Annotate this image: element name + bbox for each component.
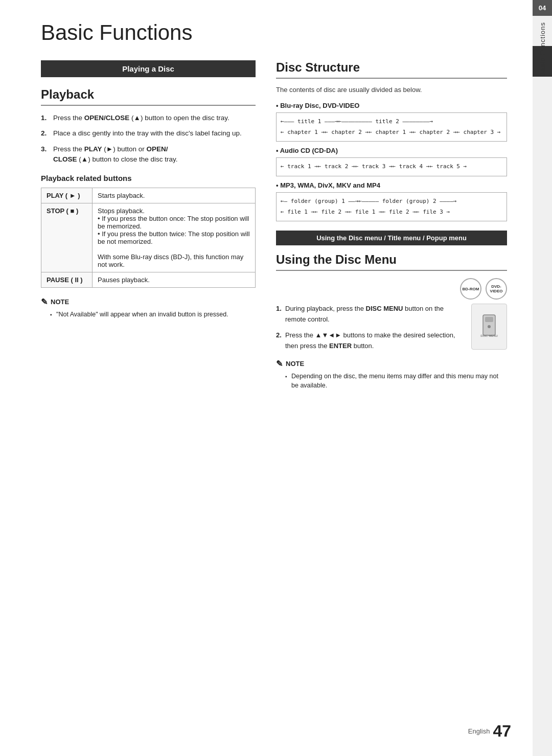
svg-point-2: [488, 325, 491, 328]
page-footer: English 47: [468, 722, 511, 741]
disc-note-label-text: NOTE: [286, 360, 304, 368]
note-label: ✎ NOTE: [41, 297, 256, 307]
disc-step-2-text: Press the ▲▼◄► buttons to make the desir…: [285, 330, 466, 352]
remote-image: DISC MENU: [471, 304, 507, 350]
disc-icons-row: BD-ROM DVD-VIDEO: [276, 278, 507, 300]
disc-note-label: ✎ NOTE: [276, 359, 507, 369]
disc-structure-heading: Disc Structure: [276, 60, 507, 79]
note-item-1: "Not Available" will appear when an inva…: [50, 310, 256, 319]
language-label: English: [468, 727, 490, 735]
bluray-diagram-line2: ← chapter 1 →← chapter 2 →← chapter 1 →←…: [281, 128, 502, 138]
note-section: ✎ NOTE "Not Available" will appear when …: [41, 297, 256, 319]
mp3-diagram-line2: ← file 1 →← file 2 →← file 1 →← file 2 →…: [281, 208, 502, 217]
playback-buttons-heading: Playback related buttons: [41, 174, 256, 182]
playback-table: PLAY ( ► ) Starts playback. STOP ( ■ ) S…: [41, 188, 256, 288]
using-disc-menu-heading: Using the Disc Menu: [276, 253, 507, 271]
svg-rect-1: [485, 317, 493, 322]
disc-step-2-num: 2.: [276, 330, 285, 352]
step-1-num: 1.: [41, 113, 51, 123]
disc-step-2: 2. Press the ▲▼◄► buttons to make the de…: [276, 330, 466, 352]
step-1: 1. Press the OPEN/CLOSE (▲) button to op…: [41, 113, 256, 123]
step-3-num: 3.: [41, 144, 51, 165]
cd-diagram-line1: ← track 1 →← track 2 →← track 3 →← track…: [281, 162, 502, 172]
disc-structure-desc: The contents of disc are usually divided…: [276, 86, 507, 94]
step-3-text: Press the PLAY (►) button or OPEN/CLOSE …: [53, 144, 256, 165]
left-column: Playing a Disc Playback 1. Press the OPE…: [41, 60, 256, 725]
stop-value: Stops playback. • If you press the butto…: [93, 203, 256, 272]
page-title: Basic Functions: [41, 20, 507, 45]
pause-key: PAUSE ( II ): [41, 272, 93, 288]
note-list: "Not Available" will appear when an inva…: [41, 310, 256, 319]
mp3-diagram-line1: ←— folder (group) 1 ——→←————— folder (gr…: [281, 197, 502, 207]
disc-note-item-1: Depending on the disc, the menu items ma…: [285, 372, 507, 391]
disc-note-icon: ✎: [276, 359, 283, 369]
step-3: 3. Press the PLAY (►) button or OPEN/CLO…: [41, 144, 256, 165]
bluray-diagram-line1: ←——— title 1 ———→←————————— title 2 ————…: [281, 117, 502, 127]
step-2-num: 2.: [41, 128, 51, 139]
playback-steps: 1. Press the OPEN/CLOSE (▲) button to op…: [41, 113, 256, 165]
dvdvideo-badge: DVD-VIDEO: [486, 278, 507, 300]
disc-type-bluray: Blu-ray Disc, DVD-VIDEO: [276, 102, 507, 109]
note-icon: ✎: [41, 297, 48, 307]
using-disc-menu-section: Using the Disc Menu BD-ROM DVD-VIDEO: [276, 253, 507, 391]
disc-note-list: Depending on the disc, the menu items ma…: [276, 372, 507, 391]
playback-heading: Playback: [41, 87, 256, 106]
table-row-pause: PAUSE ( II ) Pauses playback.: [41, 272, 256, 288]
note-label-text: NOTE: [51, 298, 69, 306]
disc-menu-remote-button: DISC MENU: [471, 304, 507, 350]
table-row-stop: STOP ( ■ ) Stops playback. • If you pres…: [41, 203, 256, 272]
play-value: Starts playback.: [93, 188, 256, 203]
step-2-text: Place a disc gently into the tray with t…: [53, 128, 256, 139]
remote-svg: DISC MENU: [479, 314, 499, 339]
page-number: 47: [493, 722, 511, 741]
playing-disc-banner: Playing a Disc: [41, 60, 256, 77]
disc-type-mp3: MP3, WMA, DivX, MKV and MP4: [276, 181, 507, 189]
disc-note-section: ✎ NOTE Depending on the disc, the menu i…: [276, 359, 507, 391]
step-2: 2. Place a disc gently into the tray wit…: [41, 128, 256, 139]
side-tab-label: Basic Functions: [539, 22, 546, 77]
side-tab-number: 04: [533, 0, 552, 16]
right-column: Disc Structure The contents of disc are …: [276, 60, 507, 725]
disc-step-1-text: During playback, press the DISC MENU but…: [285, 304, 466, 325]
disc-step-1: 1. During playback, press the DISC MENU …: [276, 304, 466, 325]
pause-value: Pauses playback.: [93, 272, 256, 288]
disc-step-1-num: 1.: [276, 304, 285, 325]
stop-key: STOP ( ■ ): [41, 203, 93, 272]
bdrom-badge: BD-ROM: [460, 278, 481, 300]
side-tab: 04 Basic Functions: [533, 0, 552, 756]
step-1-text: Press the OPEN/CLOSE (▲) button to open …: [53, 113, 256, 123]
mp3-diagram: ←— folder (group) 1 ——→←————— folder (gr…: [276, 192, 507, 221]
table-row-play: PLAY ( ► ) Starts playback.: [41, 188, 256, 203]
cd-diagram: ← track 1 →← track 2 →← track 3 →← track…: [276, 157, 507, 176]
bluray-diagram: ←——— title 1 ———→←————————— title 2 ————…: [276, 112, 507, 142]
disc-type-cd: Audio CD (CD-DA): [276, 147, 507, 154]
disc-menu-banner: Using the Disc menu / Title menu / Popup…: [276, 231, 507, 245]
svg-text:DISC MENU: DISC MENU: [480, 334, 498, 337]
play-key: PLAY ( ► ): [41, 188, 93, 203]
